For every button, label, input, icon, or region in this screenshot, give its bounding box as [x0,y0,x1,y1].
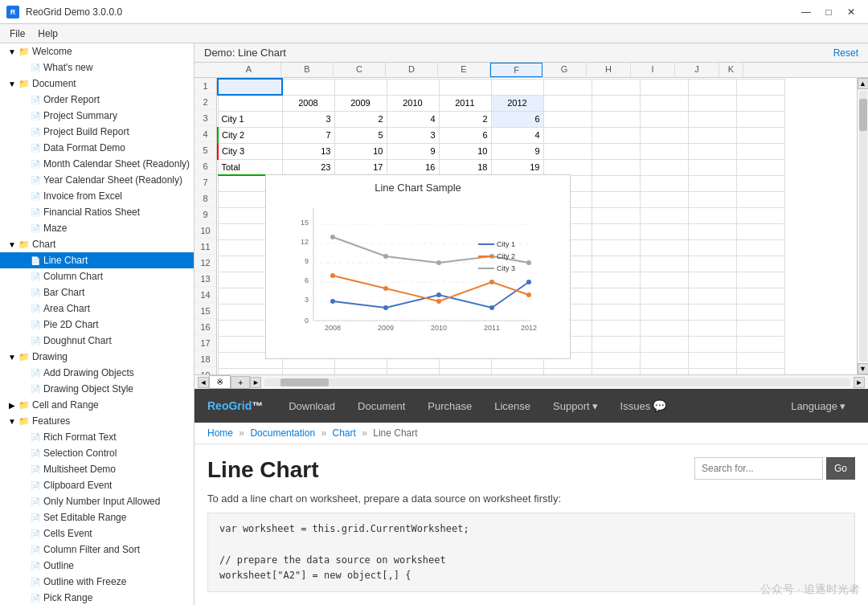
cell-b1[interactable] [282,79,334,95]
sidebar-item-cell-range[interactable]: ▶ 📁 Cell and Range [0,397,194,413]
scroll-thumb-v[interactable] [859,99,867,131]
sidebar-item-drawing-style[interactable]: 📄 Drawing Object Style [0,381,194,397]
sidebar-item-add-drawing[interactable]: 📄 Add Drawing Objects [0,365,194,381]
sidebar-item-chart[interactable]: ▼ 📁 Chart [0,236,194,252]
cell-d3[interactable]: 4 [387,111,439,127]
cell-i2[interactable] [640,95,688,111]
sidebar-item-data-format[interactable]: 📄 Data Format Demo [0,140,194,156]
cell-i6[interactable] [640,159,688,175]
cell-i1[interactable] [640,79,688,95]
cell-g1[interactable] [543,79,592,95]
cell-g2[interactable] [543,95,592,111]
cell-h7[interactable] [592,175,640,191]
cell-c1[interactable] [334,79,387,95]
cell-f2[interactable]: 2012 [491,95,543,111]
cell-j3[interactable] [688,111,736,127]
sidebar-item-column-chart[interactable]: 📄 Column Chart [0,268,194,284]
cell-j2[interactable] [688,95,736,111]
nav-link-download[interactable]: Download [279,395,345,417]
sheet-tab-default[interactable]: ※ [209,375,231,389]
toggle-features[interactable]: ▼ [6,415,18,427]
cell-d6[interactable]: 16 [387,159,439,175]
cell-c2[interactable]: 2009 [334,95,387,111]
cell-i5[interactable] [640,143,688,159]
sidebar-item-clipboard[interactable]: 📄 Clipboard Event [0,477,194,493]
cell-a3[interactable]: City 1 [218,111,282,127]
sidebar-item-year-calendar[interactable]: 📄 Year Calendar Sheet (Readonly) [0,172,194,188]
sidebar-item-invoice[interactable]: 📄 Invoice from Excel [0,188,194,204]
cell-b5[interactable]: 13 [282,143,334,159]
sidebar-item-drawing[interactable]: ▼ 📁 Drawing [0,349,194,365]
sidebar-item-column-filter[interactable]: 📄 Column Filter and Sort [0,542,194,558]
scroll-down-arrow[interactable]: ▼ [858,363,869,374]
nav-link-purchase[interactable]: Purchase [418,395,481,417]
cell-h4[interactable] [592,127,640,143]
cell-f5[interactable]: 9 [491,143,543,159]
cell-j7[interactable] [688,175,736,191]
cell-a4[interactable]: City 2 [218,127,282,143]
menu-file[interactable]: File [3,27,31,41]
cell-j1[interactable] [688,79,736,95]
sidebar-item-bar-chart[interactable]: 📄 Bar Chart [0,284,194,300]
cell-d2[interactable]: 2010 [387,95,439,111]
toggle-chart[interactable]: ▼ [6,239,18,250]
scroll-far-right[interactable]: ► [854,377,865,388]
sidebar-item-month-calendar[interactable]: 📄 Month Calendar Sheet (Readonly) [0,156,194,172]
toggle-document[interactable]: ▼ [6,78,18,89]
cell-g5[interactable] [543,143,592,159]
toggle-welcome[interactable]: ▼ [6,46,18,57]
cell-c4[interactable]: 5 [334,127,387,143]
sidebar-item-maze[interactable]: 📄 Maze [0,220,194,236]
cell-k1[interactable] [736,79,784,95]
cell-f1[interactable] [491,79,543,95]
cell-h6[interactable] [592,159,640,175]
cell-e6[interactable]: 18 [439,159,491,175]
cell-f4[interactable]: 4 [491,127,543,143]
cell-e2[interactable]: 2011 [439,95,491,111]
cell-j6[interactable] [688,159,736,175]
sidebar-item-number-input[interactable]: 📄 Only Number Input Allowed [0,493,194,509]
breadcrumb-documentation[interactable]: Documentation [250,427,315,439]
cell-b4[interactable]: 7 [282,127,334,143]
cell-b2[interactable]: 2008 [282,95,334,111]
cell-h1[interactable] [592,79,640,95]
cell-d4[interactable]: 3 [387,127,439,143]
cell-f6[interactable]: 19 [491,159,543,175]
sidebar-item-outline[interactable]: 📄 Outline [0,558,194,574]
cell-i7[interactable] [640,175,688,191]
cell-k3[interactable] [736,111,784,127]
scroll-left-arrow[interactable]: ◄ [198,377,209,388]
scroll-right-arrow[interactable]: ► [250,377,261,388]
cell-b6[interactable]: 23 [282,159,334,175]
sidebar-item-welcome[interactable]: ▼ 📁 Welcome [0,43,194,59]
toggle-cell-range[interactable]: ▶ [6,399,18,411]
nav-link-license[interactable]: License [485,395,540,417]
reset-link[interactable]: Reset [833,47,858,59]
cell-h5[interactable] [592,143,640,159]
cell-a2[interactable] [218,95,282,111]
cell-d5[interactable]: 9 [387,143,439,159]
cell-k7[interactable] [736,175,784,191]
sidebar-item-project-build[interactable]: 📄 Project Build Report [0,124,194,140]
nav-link-document[interactable]: Document [348,395,415,417]
sidebar-item-pie-chart[interactable]: 📄 Pie 2D Chart [0,317,194,333]
cell-e3[interactable]: 2 [439,111,491,127]
cell-f3[interactable]: 6 [491,111,543,127]
sidebar-item-financial[interactable]: 📄 Financial Ratios Sheet [0,204,194,220]
grid-cells-container[interactable]: 2008 2009 2010 2011 2012 [217,78,857,374]
cell-h2[interactable] [592,95,640,111]
sidebar-item-editable-range[interactable]: 📄 Set Editable Range [0,509,194,525]
menu-help[interactable]: Help [31,27,64,41]
cell-g6[interactable] [543,159,592,175]
sidebar-item-whats-new[interactable]: 📄 What's new [0,59,194,76]
toggle-drawing[interactable]: ▼ [6,351,18,362]
cell-j5[interactable] [688,143,736,159]
sheet-tab-add[interactable]: + [231,376,250,389]
maximize-button[interactable]: □ [818,4,839,20]
sidebar-item-cells-event[interactable]: 📄 Cells Event [0,525,194,542]
cell-a5[interactable]: City 3 [218,143,282,159]
sidebar-item-outline-freeze[interactable]: 📄 Outline with Freeze [0,574,194,590]
sidebar-item-pick-range[interactable]: 📄 Pick Range [0,590,194,605]
cell-c3[interactable]: 2 [334,111,387,127]
sidebar-item-multisheet[interactable]: 📄 Multisheet Demo [0,461,194,477]
